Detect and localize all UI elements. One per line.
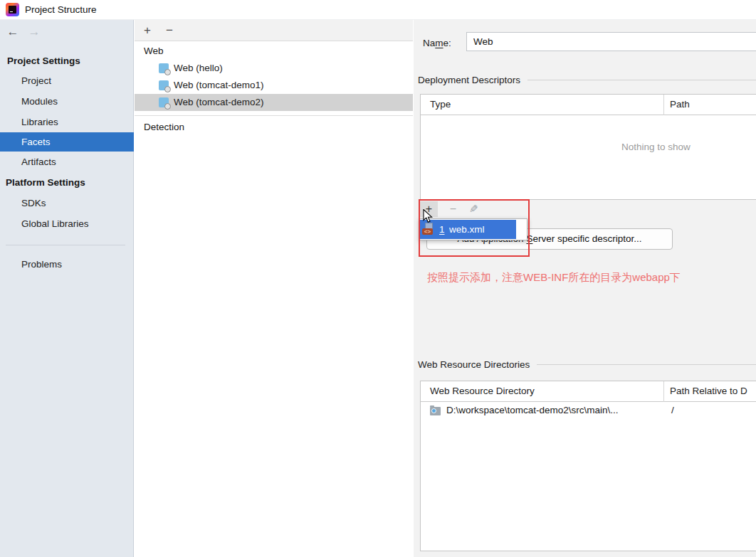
tree-separator [135, 115, 413, 116]
xml-file-icon: <> [422, 222, 434, 236]
descriptor-popup: <> 1 web.xml [419, 218, 527, 240]
column-header-path: Path [670, 99, 690, 110]
tree-item-label: Web (tomcat-demo2) [174, 94, 264, 111]
web-facet-icon [159, 97, 169, 107]
column-separator [663, 95, 664, 115]
sidebar-item-sdks[interactable]: SDKs [0, 196, 134, 211]
facet-editor-panel: Name: Deployment Descriptors Type Path N… [414, 20, 756, 557]
web-facet-icon [159, 80, 169, 90]
tree-item-web-tomcat-demo1[interactable]: Web (tomcat-demo1) [135, 77, 413, 94]
sidebar-divider [6, 245, 125, 245]
column-header-path-relative: Path Relative to D [670, 386, 747, 396]
relative-path-cell: / [671, 405, 674, 415]
remove-descriptor-icon[interactable]: − [444, 201, 462, 217]
column-separator [663, 381, 664, 402]
name-input[interactable] [466, 32, 756, 51]
column-header-web-resource-directory: Web Resource Directory [430, 386, 535, 396]
add-facet-icon[interactable]: + [140, 22, 154, 38]
column-header-type: Type [430, 99, 451, 110]
sidebar-item-modules[interactable]: Modules [0, 95, 134, 109]
web-resource-directories-header: Web Resource Directories [418, 358, 756, 371]
table-header-row: Type Path [421, 95, 756, 115]
sidebar-item-artifacts[interactable]: Artifacts [0, 155, 134, 169]
table-header-row: Web Resource Directory Path Relative to … [421, 381, 756, 402]
popup-item-label: web.xml [449, 220, 485, 239]
tree-root-detection[interactable]: Detection [144, 119, 184, 135]
web-folder-icon [430, 407, 441, 415]
tree-item-web-hello[interactable]: Web (hello) [135, 60, 413, 77]
sidebar-item-libraries[interactable]: Libraries [0, 115, 134, 129]
empty-table-message: Nothing to show [621, 142, 691, 152]
sidebar-item-facets[interactable]: Facets [0, 132, 134, 152]
sidebar-item-problems[interactable]: Problems [0, 258, 134, 272]
name-label: Name: [423, 37, 451, 49]
sidebar-item-project[interactable]: Project [0, 74, 134, 88]
settings-sidebar: ← → Project Settings Project Modules Lib… [0, 20, 134, 557]
back-icon[interactable]: ← [6, 24, 20, 40]
add-descriptor-icon[interactable]: + [420, 201, 438, 217]
intellij-idea-icon [6, 3, 19, 16]
tree-item-label: Web (hello) [174, 60, 223, 77]
sidebar-item-global-libraries[interactable]: Global Libraries [0, 217, 134, 231]
title-bar: Project Structure [0, 0, 756, 20]
window-title: Project Structure [25, 0, 97, 20]
forward-icon[interactable]: → [27, 24, 41, 40]
web-resource-directories-table: Web Resource Directory Path Relative to … [420, 381, 756, 551]
web-facet-icon [159, 63, 169, 73]
project-structure-dialog: Project Structure ← → Project Settings P… [0, 0, 756, 557]
tree-item-label: Web (tomcat-demo1) [174, 77, 264, 94]
popup-item-mnemonic: 1 [439, 220, 445, 239]
section-header-project-settings: Project Settings [7, 55, 80, 68]
resource-directory-cell: D:\workspace\tomcat-demo2\src\main\... [446, 405, 619, 415]
deployment-descriptors-header: Deployment Descriptors [418, 73, 756, 86]
red-annotation-text: 按照提示添加，注意WEB-INF所在的目录为webapp下 [427, 271, 681, 285]
popup-item-web-xml[interactable]: <> 1 web.xml [420, 220, 516, 239]
remove-facet-icon[interactable]: − [162, 22, 177, 38]
xml-badge-icon: <> [422, 228, 433, 235]
deployment-descriptors-table: Type Path Nothing to show [420, 94, 756, 200]
edit-descriptor-icon[interactable]: ✎ [465, 201, 483, 217]
section-header-platform-settings: Platform Settings [6, 176, 85, 189]
facet-tree-toolbar: + − [135, 20, 413, 41]
tree-item-web-tomcat-demo2[interactable]: Web (tomcat-demo2) [135, 94, 413, 111]
facet-tree-panel: + − Web Web (hello) Web (tomcat-demo1) W… [135, 20, 413, 557]
tree-root-web[interactable]: Web [144, 43, 164, 59]
